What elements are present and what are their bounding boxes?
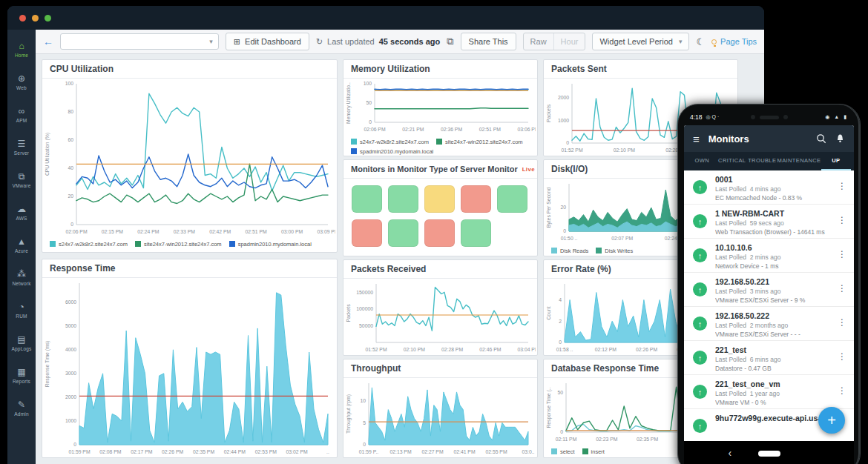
- legend-item[interactable]: Disk Reads: [551, 247, 588, 256]
- widget-title: CPU Utilization: [42, 60, 337, 79]
- sidebar-item-home[interactable]: ⌂ Home: [7, 33, 36, 66]
- legend-item[interactable]: select: [551, 448, 575, 457]
- kebab-menu-icon[interactable]: ⋮: [838, 283, 846, 294]
- monitor-item[interactable]: ↑ 192.168.50.222 Last Polled 2 months ag…: [684, 307, 854, 341]
- monitor-item[interactable]: ↑ 1 NEW-RBM-CART Last Polled 59 secs ago…: [684, 205, 854, 239]
- monitor-tile-green[interactable]: [388, 219, 418, 247]
- nav-back-icon[interactable]: ‹: [729, 447, 732, 459]
- zoom-button[interactable]: [45, 15, 51, 21]
- svg-text:..: ..: [326, 449, 329, 454]
- raw-button[interactable]: Raw: [524, 33, 554, 50]
- minimize-button[interactable]: [32, 15, 39, 21]
- legend-item[interactable]: Disk Writes: [596, 247, 633, 256]
- sidebar-item-admin[interactable]: ✎ Admin: [7, 392, 36, 425]
- svg-text:02:36 PM: 02:36 PM: [441, 127, 462, 132]
- svg-text:02:10 PM: 02:10 PM: [404, 347, 425, 352]
- page-tips-link[interactable]: Page Tips: [711, 37, 757, 46]
- svg-text:4000: 4000: [65, 347, 76, 352]
- cast-icon[interactable]: ⧉: [447, 36, 453, 47]
- legend-item[interactable]: spadmin2010.mydomain.local: [229, 240, 312, 249]
- tab-maintenance[interactable]: MAINTENANCE: [777, 152, 821, 170]
- kebab-menu-icon[interactable]: ⋮: [838, 249, 846, 259]
- sidebar-item-vmware[interactable]: ⧉ VMware: [7, 164, 36, 196]
- svg-text:03:09 PM: 03:09 PM: [317, 229, 335, 234]
- monitor-tile-green[interactable]: [388, 185, 418, 213]
- status-up-icon: ↑: [693, 419, 707, 433]
- add-monitor-fab[interactable]: +: [818, 407, 845, 434]
- sidebar-item-rum[interactable]: ◔ RUM: [7, 294, 36, 327]
- tab-own[interactable]: OWN: [687, 152, 717, 170]
- svg-text:0: 0: [73, 442, 76, 447]
- nav-home-pill[interactable]: [758, 451, 780, 457]
- monitor-tile-green[interactable]: [461, 219, 491, 247]
- kebab-menu-icon[interactable]: ⋮: [838, 317, 846, 328]
- close-button[interactable]: [19, 15, 26, 21]
- monitor-tile-red[interactable]: [461, 185, 491, 213]
- response-time-chart[interactable]: 010002000300040005000600001:59 PM02:08 P…: [42, 278, 335, 456]
- dashboard-select[interactable]: ▾: [60, 33, 219, 50]
- monitor-tile-green[interactable]: [352, 185, 382, 213]
- monitor-tile-red[interactable]: [352, 219, 382, 247]
- back-arrow-icon[interactable]: ←: [43, 36, 53, 47]
- monitor-item[interactable]: ↑ 10.10.10.6 Last Polled 2 mins ago Netw…: [684, 239, 854, 273]
- kebab-menu-icon[interactable]: ⋮: [838, 215, 846, 225]
- throughput-chart[interactable]: 051001:59 P..02:13 PM02:27 PM02:41 PM02:…: [343, 378, 536, 456]
- hour-button[interactable]: Hour: [554, 33, 585, 50]
- tab-up[interactable]: UP: [821, 152, 852, 170]
- legend-item[interactable]: insert: [582, 448, 605, 457]
- monitor-item[interactable]: ↑ 221_test_one_vm Last Polled 1 year ago…: [684, 375, 854, 409]
- sidebar-item-apm[interactable]: ∞ APM: [7, 99, 36, 131]
- phone-app-header: ≡ Monitors: [684, 125, 854, 152]
- legend-item[interactable]: site24x7-win2012.site24x7.com: [135, 240, 222, 249]
- packets-received-chart[interactable]: 5000010000015000001:52 PM02:10 PM02:28 P…: [343, 279, 536, 354]
- svg-text:02:07 PM: 02:07 PM: [611, 236, 633, 241]
- monitor-item[interactable]: ↑ 221_test Last Polled 6 mins ago Datast…: [684, 341, 854, 375]
- legend-item[interactable]: s24x7-w2k8r2.site24x7.com: [351, 138, 429, 147]
- grid-icon: ⊞: [234, 37, 240, 47]
- refresh-icon[interactable]: ↻: [316, 37, 323, 47]
- widget-level-period-select[interactable]: Widget Level Period ▾: [592, 33, 689, 50]
- svg-text:Packets: Packets: [546, 104, 551, 122]
- sidebar-item-azure[interactable]: ▲ Azure: [7, 229, 36, 262]
- sidebar-item-web[interactable]: ⊕ Web: [7, 66, 36, 99]
- phone-app-title: Monitors: [708, 133, 749, 145]
- svg-text:Bytes Per Second: Bytes Per Second: [546, 188, 552, 228]
- cpu-utilization-chart[interactable]: 02040608010002:06 PM02:15 PM02:24 PM02:3…: [42, 79, 335, 236]
- share-this-button[interactable]: Share This: [461, 33, 516, 50]
- svg-text:Response Time (ms): Response Time (ms): [45, 341, 50, 388]
- kebab-menu-icon[interactable]: ⋮: [838, 181, 846, 191]
- sidebar-item-aws[interactable]: ☁ AWS: [7, 196, 36, 229]
- legend-item[interactable]: site24x7-win2012.site24x7.com: [436, 138, 523, 147]
- sidebar-item-network[interactable]: ⁂ Network: [7, 262, 36, 294]
- legend-item[interactable]: spadmin2010.mydomain.local: [351, 148, 433, 156]
- memory-utilization-chart[interactable]: 05010002:06 PM02:21 PM02:36 PM02:51 PM03…: [343, 79, 536, 133]
- monitor-item[interactable]: ↑ 192.168.50.221 Last Polled 3 mins ago …: [684, 273, 854, 307]
- sidebar-item-label: Reports: [13, 379, 30, 384]
- svg-text:6000: 6000: [65, 299, 76, 305]
- tab-trouble[interactable]: TROUBLE: [747, 152, 777, 170]
- widget-title: Packets Sent: [544, 60, 737, 79]
- sidebar-item-reports[interactable]: ▦ Reports: [7, 359, 36, 392]
- bell-icon[interactable]: [835, 133, 845, 144]
- monitor-item[interactable]: ↑ 0001 Last Polled 4 mins ago EC Memcach…: [684, 170, 854, 205]
- monitor-tile-green[interactable]: [497, 185, 527, 213]
- monitor-name: 192.168.50.221: [715, 277, 835, 287]
- edit-dashboard-button[interactable]: ⊞ Edit Dashboard: [226, 33, 309, 50]
- svg-text:02:17 PM: 02:17 PM: [131, 449, 152, 454]
- sidebar-item-applogs[interactable]: ▤ AppLogs: [7, 327, 36, 359]
- tab-critical[interactable]: CRITICAL: [717, 152, 748, 170]
- search-icon[interactable]: [816, 133, 826, 144]
- legend-item[interactable]: s24x7-w2k8r2.site24x7.com: [50, 240, 128, 249]
- monitor-tile-yellow[interactable]: [424, 185, 455, 213]
- kebab-menu-icon[interactable]: ⋮: [838, 385, 846, 396]
- monitor-tile-red[interactable]: [424, 219, 455, 247]
- sidebar-item-label: Network: [12, 281, 30, 286]
- hamburger-menu-icon[interactable]: ≡: [693, 133, 700, 145]
- kebab-menu-icon[interactable]: ⋮: [838, 351, 846, 362]
- svg-text:02:10 PM: 02:10 PM: [614, 148, 635, 153]
- aws-icon: ☁: [17, 205, 26, 214]
- sidebar-item-server[interactable]: ☰ Server: [7, 131, 36, 164]
- monitor-last-polled: Last Polled 1 year ago: [715, 389, 835, 398]
- dark-mode-moon-icon[interactable]: ☾: [696, 36, 705, 47]
- svg-text:01:59 P..: 01:59 P..: [359, 449, 378, 454]
